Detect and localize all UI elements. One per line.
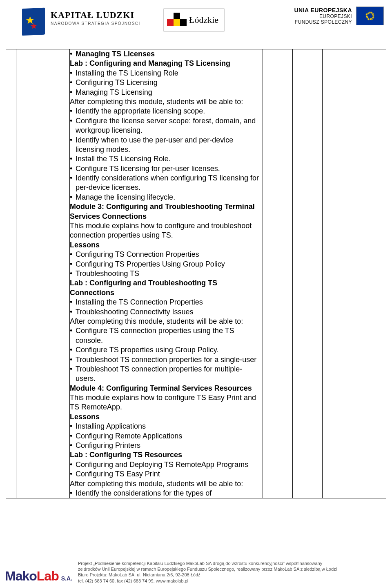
text: Identify considerations when configuring… <box>76 173 263 193</box>
eu-line2: EUROPEJSKI <box>294 13 352 19</box>
col-4 <box>263 49 293 498</box>
col-5 <box>293 49 323 498</box>
text: After completing this module, students w… <box>70 97 263 107</box>
text: Troubleshoot TS connection properties fo… <box>76 355 256 365</box>
lodzkie-label: Łódzkie <box>189 15 218 25</box>
text: Configuring TS Licensing <box>76 78 158 87</box>
text: Troubleshooting Connectivity Issues <box>76 307 193 317</box>
footer-line: ze środków Unii Europejskiej w ramach Eu… <box>78 566 337 572</box>
text: Managing TS Licensing <box>76 88 152 97</box>
text: Lab : Configuring and Troubleshooting TS… <box>70 279 217 296</box>
text: After completing this module, students w… <box>70 317 263 326</box>
eu-flag-icon: ★ ★ ★ ★ ★ ★ ★ ★ ★ ★ ★ ★ <box>356 7 384 25</box>
text: Configuring Printers <box>76 441 140 450</box>
text: Installing the TS Connection Properties <box>76 298 203 307</box>
text: Installing Applications <box>76 422 146 431</box>
col-2 <box>16 49 70 498</box>
kapital-subtitle: NARODOWA STRATEGIA SPÓJNOŚCI <box>51 21 140 26</box>
text: Configuring and Deploying TS RemoteApp P… <box>76 460 248 469</box>
col-1 <box>6 49 16 498</box>
footer-text: Projekt „Podniesienie kompetencji Kapita… <box>78 560 337 584</box>
content-table: Managing TS Licenses Lab : Configuring a… <box>6 49 386 498</box>
text: Installing the TS Licensing Role <box>76 69 178 78</box>
makolab-suffix: S.A. <box>61 575 72 582</box>
text: Configuring TS Easy Print <box>76 469 160 479</box>
text: Configure the license server scope: fore… <box>76 116 263 136</box>
text: Lessons <box>70 413 100 421</box>
eu-line3: FUNDUSZ SPOŁECZNY <box>294 19 352 25</box>
text: Module 3: Configuring and Troubleshootin… <box>70 202 255 220</box>
text: Configuring Remote Applications <box>76 431 182 441</box>
course-content: Managing TS Licenses Lab : Configuring a… <box>70 49 263 498</box>
text: Troubleshoot TS connection properties fo… <box>76 365 263 384</box>
eu-line1: UNIA EUROPEJSKA <box>294 7 352 13</box>
text: Identify the appropriate licensing scope… <box>76 107 205 116</box>
col-6 <box>323 49 386 498</box>
lodzkie-squares-icon <box>167 11 185 29</box>
text: Lab : Configuring TS Resources <box>70 451 182 459</box>
text: This module explains how to configure TS… <box>70 393 263 412</box>
text: Configuring TS Properties Using Group Po… <box>76 260 225 269</box>
text: Lessons <box>70 241 100 249</box>
text: Lab : Configuring and Managing TS Licens… <box>70 59 230 67</box>
makolab-logo: MakoLab S.A. <box>5 569 72 584</box>
eu-logo: UNIA EUROPEJSKA EUROPEJSKI FUNDUSZ SPOŁE… <box>294 7 384 25</box>
footer-line: Projekt „Podniesienie kompetencji Kapita… <box>78 560 337 566</box>
text: Managing TS Licenses <box>76 50 155 58</box>
text: Configure TS licensing for per-user lice… <box>76 164 220 173</box>
kapital-ludzki-logo: ★ ★ KAPITAŁ LUDZKI NARODOWA STRATEGIA SP… <box>22 6 140 35</box>
text: Identify the considerations for the type… <box>76 489 212 498</box>
text: Module 4: Configuring Terminal Services … <box>70 384 252 392</box>
text: Install the TS Licensing Role. <box>76 154 171 164</box>
text: Manage the licensing lifecycle. <box>76 193 175 202</box>
kapital-flag-icon: ★ ★ <box>22 8 45 36</box>
text: This module explains how to configure an… <box>70 221 263 240</box>
star-icon: ★ <box>30 21 38 31</box>
text: Configuring TS Connection Properties <box>76 250 199 259</box>
text: Configure TS connection properties using… <box>76 326 263 345</box>
header-logos: ★ ★ KAPITAŁ LUDZKI NARODOWA STRATEGIA SP… <box>0 0 392 49</box>
footer-line: Biuro Projektu: MakoLab SA, ul. Niciarni… <box>78 572 337 578</box>
text: After completing this module, students w… <box>70 479 263 489</box>
text: Troubleshooting TS <box>76 269 139 278</box>
lodzkie-logo: Łódzkie <box>163 8 225 32</box>
footer: MakoLab S.A. Projekt „Podniesienie kompe… <box>0 558 392 587</box>
col-content: Managing TS Licenses Lab : Configuring a… <box>70 49 263 498</box>
text: Identify when to use the per-user and pe… <box>76 136 263 155</box>
text: Configure TS properties using Group Poli… <box>76 345 219 355</box>
kapital-title: KAPITAŁ LUDZKI <box>51 10 140 20</box>
footer-line: tel. (42) 683 74 60, fax (42) 683 74 99,… <box>78 578 337 584</box>
